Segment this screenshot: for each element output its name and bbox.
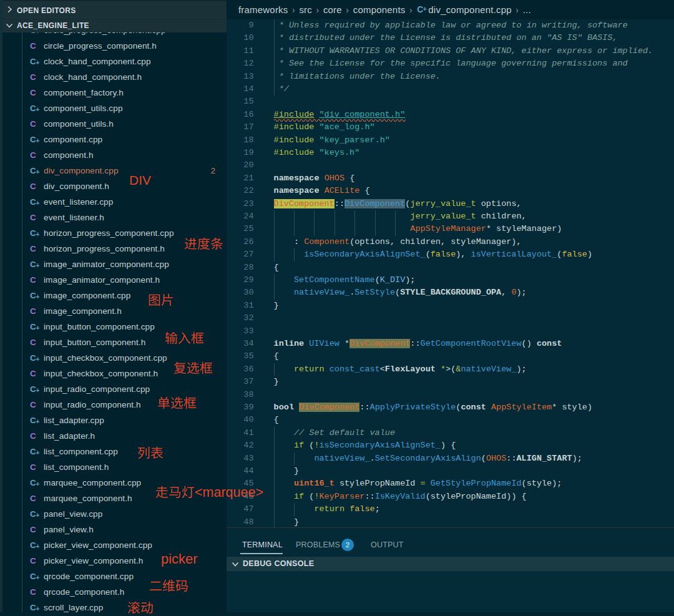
svg-text:<marquee>: <marquee>	[195, 485, 263, 499]
